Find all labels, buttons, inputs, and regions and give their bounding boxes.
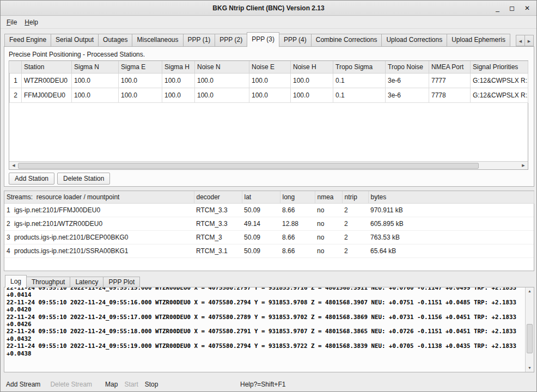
cell-mountpoint: igs-ip.net:2101/WTZR00DEU0	[12, 217, 194, 230]
log-output: 22-11-24 09:55:10 2022-11-24_09:55:15.00…	[4, 287, 525, 372]
station-row[interactable]: 1 WTZR00DEU0 100.0 100.0 100.0 100.0 100…	[10, 73, 528, 88]
cell-mountpoint: igs-ip.net:2101/FFMJ00DEU0	[12, 203, 194, 217]
maximize-icon[interactable]: ◻	[509, 5, 515, 11]
row-number[interactable]: 2	[10, 88, 22, 102]
tab-serial-output[interactable]: Serial Output	[51, 34, 99, 46]
window-controls: _ ◻ ✕	[496, 1, 530, 16]
tab-ppp-1[interactable]: PPP (1)	[183, 34, 216, 46]
tab-latency[interactable]: Latency	[70, 277, 103, 287]
cell-sigma-n[interactable]: 100.0	[72, 73, 119, 88]
tab-scroll-right-icon[interactable]: ▶	[524, 35, 534, 46]
delete-station-button[interactable]: Delete Station	[57, 173, 110, 185]
close-icon[interactable]: ✕	[524, 5, 530, 11]
tab-combine-corrections[interactable]: Combine Corrections	[311, 34, 382, 46]
cell-nmea-port[interactable]: 7778	[429, 88, 471, 102]
row-number[interactable]: 1	[10, 73, 22, 88]
pane-description: Precise Point Positioning - Processed St…	[9, 51, 145, 58]
cell-sigma-e[interactable]: 100.0	[119, 73, 162, 88]
log-vscrollbar[interactable]: ▲ ▼	[525, 287, 534, 372]
cell-bytes: 65.64 kB	[368, 244, 534, 258]
cell-tropo-noise[interactable]: 3e-6	[386, 73, 429, 88]
scroll-right-icon[interactable]: ▶	[519, 163, 528, 168]
row-number: 2	[4, 217, 12, 230]
minimize-icon[interactable]: _	[496, 5, 499, 11]
col-long: long	[280, 191, 315, 203]
help-hint: Help?=Shift+F1	[240, 381, 285, 388]
tab-ppp-2[interactable]: PPP (2)	[215, 34, 247, 46]
col-mountpoint: Streams: resource loader / mountpoint	[4, 191, 194, 203]
stop-action[interactable]: Stop	[145, 381, 158, 388]
cell-nmea-port[interactable]: 7777	[429, 73, 471, 88]
cell-sigma-h[interactable]: 100.0	[162, 88, 195, 102]
cell-signal-priorities[interactable]: G:12&CWPSLX R:12	[471, 88, 528, 102]
delete-stream-action: Delete Stream	[50, 381, 92, 388]
stations-hscrollbar[interactable]: ◀ ▶	[9, 161, 528, 169]
station-row[interactable]: 2 FFMJ00DEU0 100.0 100.0 100.0 100.0 100…	[10, 88, 528, 102]
log-line: 22-11-24 09:55:10 2022-11-24_09:55:17.00…	[7, 314, 525, 321]
scroll-up-icon[interactable]: ▲	[526, 287, 534, 295]
stream-row[interactable]: 4 products.igs-ip.net:2101/SSRA00BKG1 RT…	[4, 244, 534, 258]
cell-lat: 50.09	[242, 203, 280, 217]
log-panel: 22-11-24 09:55:10 2022-11-24_09:55:15.00…	[4, 287, 534, 372]
cell-nmea: no	[315, 230, 342, 244]
scroll-down-icon[interactable]: ▼	[526, 364, 534, 372]
map-action[interactable]: Map	[105, 381, 118, 388]
tab-miscellaneous[interactable]: Miscellaneous	[132, 34, 183, 46]
cell-long: 8.66	[280, 230, 315, 244]
log-line: 22-11-24 09:55:10 2022-11-24_09:55:19.00…	[7, 342, 525, 350]
menu-help[interactable]: Help	[21, 17, 42, 28]
cell-mountpoint: products.igs-ip.net:2101/BCEP00BKG0	[12, 230, 194, 244]
cell-lat: 50.09	[242, 230, 280, 244]
add-stream-action[interactable]: Add Stream	[6, 381, 40, 388]
tab-ppp-plot[interactable]: PPP Plot	[103, 277, 140, 287]
col-ntrip: ntrip	[342, 191, 368, 203]
statusbar: Add Stream Delete Stream Map Start Stop …	[1, 376, 536, 392]
cell-noise-h[interactable]: 100.0	[291, 73, 333, 88]
main-tabbar: Feed Engine Serial Output Outages Miscel…	[1, 32, 536, 47]
cell-sigma-n[interactable]: 100.0	[72, 88, 119, 102]
add-station-button[interactable]: Add Station	[9, 173, 54, 185]
cell-noise-e[interactable]: 100.0	[249, 88, 291, 102]
tab-ppp-3[interactable]: PPP (3)	[247, 32, 279, 47]
cell-noise-h[interactable]: 100.0	[291, 88, 333, 102]
col-noise-e: Noise E	[249, 61, 291, 73]
tab-ppp-4[interactable]: PPP (4)	[279, 34, 312, 46]
menu-file[interactable]: File	[3, 17, 21, 28]
cell-tropo-sigma[interactable]: 0.1	[333, 88, 386, 102]
tab-throughput[interactable]: Throughput	[26, 277, 70, 287]
tab-upload-corrections[interactable]: Upload Corrections	[381, 34, 447, 46]
stream-row[interactable]: 2 igs-ip.net:2101/WTZR00DEU0 RTCM_3.3 49…	[4, 217, 534, 230]
stream-row[interactable]: 1 igs-ip.net:2101/FFMJ00DEU0 RTCM_3.3 50…	[4, 203, 534, 217]
hscroll-thumb[interactable]	[18, 163, 479, 169]
tab-scroll-left-icon[interactable]: ◀	[516, 35, 525, 46]
tab-outages[interactable]: Outages	[98, 34, 132, 46]
cell-nmea: no	[315, 203, 342, 217]
tab-scroll-buttons: ◀ ▶	[516, 35, 534, 46]
cell-decoder: RTCM_3	[194, 230, 242, 244]
cell-signal-priorities[interactable]: G:12&CWPSLX R:12	[471, 73, 528, 88]
cell-sigma-e[interactable]: 100.0	[119, 88, 162, 102]
cell-long: 8.66	[280, 203, 315, 217]
scroll-left-icon[interactable]: ◀	[9, 163, 18, 168]
stream-row[interactable]: 3 products.igs-ip.net:2101/BCEP00BKG0 RT…	[4, 230, 534, 244]
cell-station[interactable]: FFMJ00DEU0	[22, 88, 72, 102]
cell-decoder: RTCM_3.1	[194, 244, 242, 258]
tab-log[interactable]: Log	[5, 275, 27, 287]
col-lat: lat	[242, 191, 280, 203]
cell-decoder: RTCM_3.3	[194, 217, 242, 230]
cell-noise-n[interactable]: 100.0	[195, 73, 249, 88]
cell-tropo-noise[interactable]: 3e-6	[386, 88, 429, 102]
cell-noise-e[interactable]: 100.0	[249, 73, 291, 88]
vscroll-thumb[interactable]	[527, 324, 533, 353]
cell-tropo-sigma[interactable]: 0.1	[333, 73, 386, 88]
cell-sigma-h[interactable]: 100.0	[162, 73, 195, 88]
tab-feed-engine[interactable]: Feed Engine	[4, 34, 51, 46]
col-tropo-noise: Tropo Noise	[386, 61, 429, 73]
col-sigma-n: Sigma N	[72, 61, 119, 73]
col-sigma-h: Sigma H	[162, 61, 195, 73]
tab-upload-ephemeris[interactable]: Upload Ephemeris	[447, 34, 510, 46]
cell-noise-n[interactable]: 100.0	[195, 88, 249, 102]
cell-station[interactable]: WTZR00DEU0	[22, 73, 72, 88]
cell-bytes: 605.895 kB	[368, 217, 534, 230]
vscroll-track[interactable]	[526, 295, 534, 364]
